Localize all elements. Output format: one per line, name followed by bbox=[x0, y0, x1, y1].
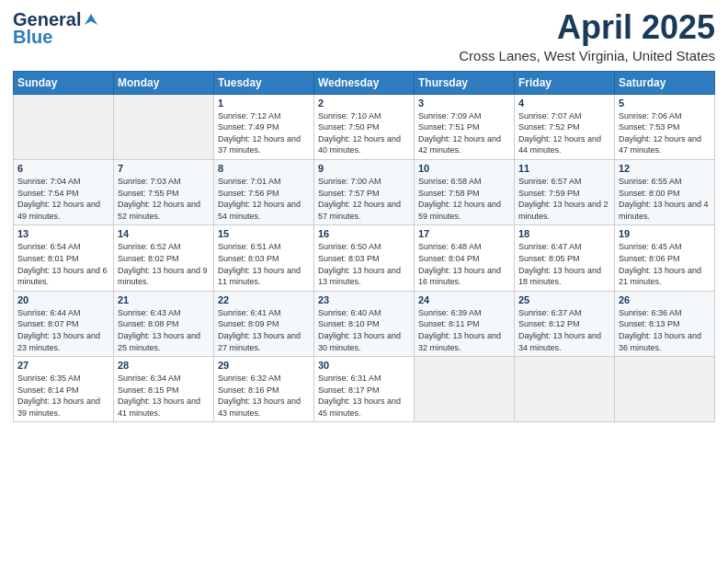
day-number: 17 bbox=[418, 228, 510, 239]
logo-bird-icon bbox=[83, 12, 99, 29]
col-monday: Monday bbox=[114, 71, 214, 94]
table-row: 10Sunrise: 6:58 AMSunset: 7:58 PMDayligh… bbox=[415, 159, 515, 224]
day-number: 23 bbox=[318, 294, 410, 305]
table-row: 22Sunrise: 6:41 AMSunset: 8:09 PMDayligh… bbox=[214, 291, 314, 356]
day-number: 22 bbox=[218, 294, 310, 305]
col-friday: Friday bbox=[515, 71, 615, 94]
location-title: Cross Lanes, West Virginia, United State… bbox=[459, 48, 715, 63]
day-number: 7 bbox=[118, 163, 210, 174]
table-row: 20Sunrise: 6:44 AMSunset: 8:07 PMDayligh… bbox=[14, 291, 114, 356]
table-row: 23Sunrise: 6:40 AMSunset: 8:10 PMDayligh… bbox=[314, 291, 415, 356]
day-info: Sunrise: 6:45 AMSunset: 8:06 PMDaylight:… bbox=[619, 241, 711, 287]
table-row bbox=[615, 357, 715, 422]
day-info: Sunrise: 6:48 AMSunset: 8:04 PMDaylight:… bbox=[418, 241, 510, 287]
col-tuesday: Tuesday bbox=[214, 71, 314, 94]
day-info: Sunrise: 6:41 AMSunset: 8:09 PMDaylight:… bbox=[218, 307, 310, 353]
calendar: Sunday Monday Tuesday Wednesday Thursday… bbox=[13, 71, 715, 423]
day-number: 16 bbox=[318, 228, 410, 239]
calendar-week-row: 20Sunrise: 6:44 AMSunset: 8:07 PMDayligh… bbox=[14, 291, 715, 356]
day-number: 9 bbox=[318, 163, 410, 174]
table-row: 25Sunrise: 6:37 AMSunset: 8:12 PMDayligh… bbox=[515, 291, 615, 356]
title-block: April 2025 Cross Lanes, West Virginia, U… bbox=[459, 9, 715, 63]
day-number: 19 bbox=[619, 228, 711, 239]
table-row: 8Sunrise: 7:01 AMSunset: 7:56 PMDaylight… bbox=[214, 159, 314, 224]
day-number: 27 bbox=[17, 360, 109, 371]
calendar-week-row: 6Sunrise: 7:04 AMSunset: 7:54 PMDaylight… bbox=[14, 159, 715, 224]
day-number: 3 bbox=[418, 98, 510, 109]
day-number: 8 bbox=[218, 163, 310, 174]
month-title: April 2025 bbox=[459, 9, 715, 46]
svg-marker-0 bbox=[85, 14, 97, 25]
day-number: 6 bbox=[17, 163, 109, 174]
table-row: 29Sunrise: 6:32 AMSunset: 8:16 PMDayligh… bbox=[214, 357, 314, 422]
calendar-week-row: 1Sunrise: 7:12 AMSunset: 7:49 PMDaylight… bbox=[14, 94, 715, 159]
table-row: 5Sunrise: 7:06 AMSunset: 7:53 PMDaylight… bbox=[615, 94, 715, 159]
day-info: Sunrise: 6:31 AMSunset: 8:17 PMDaylight:… bbox=[318, 373, 410, 419]
page: General Blue April 2025 Cross Lanes, Wes… bbox=[0, 0, 728, 563]
table-row: 15Sunrise: 6:51 AMSunset: 8:03 PMDayligh… bbox=[214, 225, 314, 291]
day-info: Sunrise: 6:51 AMSunset: 8:03 PMDaylight:… bbox=[218, 241, 310, 287]
header: General Blue April 2025 Cross Lanes, Wes… bbox=[13, 9, 715, 63]
day-number: 1 bbox=[218, 98, 310, 109]
day-info: Sunrise: 6:40 AMSunset: 8:10 PMDaylight:… bbox=[318, 307, 410, 353]
col-saturday: Saturday bbox=[615, 71, 715, 94]
day-info: Sunrise: 6:36 AMSunset: 8:13 PMDaylight:… bbox=[619, 307, 711, 353]
day-number: 14 bbox=[118, 228, 210, 239]
logo: General Blue bbox=[13, 9, 99, 48]
table-row: 4Sunrise: 7:07 AMSunset: 7:52 PMDaylight… bbox=[515, 94, 615, 159]
table-row bbox=[14, 94, 114, 159]
table-row: 14Sunrise: 6:52 AMSunset: 8:02 PMDayligh… bbox=[114, 225, 214, 291]
day-info: Sunrise: 6:52 AMSunset: 8:02 PMDaylight:… bbox=[118, 241, 210, 287]
day-number: 5 bbox=[619, 98, 711, 109]
col-sunday: Sunday bbox=[14, 71, 114, 94]
day-info: Sunrise: 6:43 AMSunset: 8:08 PMDaylight:… bbox=[118, 307, 210, 353]
day-number: 12 bbox=[619, 163, 711, 174]
day-info: Sunrise: 7:12 AMSunset: 7:49 PMDaylight:… bbox=[218, 110, 310, 156]
table-row: 28Sunrise: 6:34 AMSunset: 8:15 PMDayligh… bbox=[114, 357, 214, 422]
day-number: 18 bbox=[518, 228, 610, 239]
day-number: 20 bbox=[17, 294, 109, 305]
table-row: 18Sunrise: 6:47 AMSunset: 8:05 PMDayligh… bbox=[515, 225, 615, 291]
day-number: 11 bbox=[518, 163, 610, 174]
table-row bbox=[515, 357, 615, 422]
table-row: 17Sunrise: 6:48 AMSunset: 8:04 PMDayligh… bbox=[415, 225, 515, 291]
day-number: 25 bbox=[518, 294, 610, 305]
table-row bbox=[114, 94, 214, 159]
day-number: 15 bbox=[218, 228, 310, 239]
table-row: 24Sunrise: 6:39 AMSunset: 8:11 PMDayligh… bbox=[415, 291, 515, 356]
table-row: 3Sunrise: 7:09 AMSunset: 7:51 PMDaylight… bbox=[415, 94, 515, 159]
day-info: Sunrise: 7:00 AMSunset: 7:57 PMDaylight:… bbox=[318, 176, 410, 222]
day-number: 13 bbox=[17, 228, 109, 239]
table-row: 11Sunrise: 6:57 AMSunset: 7:59 PMDayligh… bbox=[515, 159, 615, 224]
table-row: 21Sunrise: 6:43 AMSunset: 8:08 PMDayligh… bbox=[114, 291, 214, 356]
table-row: 9Sunrise: 7:00 AMSunset: 7:57 PMDaylight… bbox=[314, 159, 415, 224]
day-info: Sunrise: 6:32 AMSunset: 8:16 PMDaylight:… bbox=[218, 373, 310, 419]
day-info: Sunrise: 7:06 AMSunset: 7:53 PMDaylight:… bbox=[619, 110, 711, 156]
day-info: Sunrise: 7:01 AMSunset: 7:56 PMDaylight:… bbox=[218, 176, 310, 222]
day-number: 10 bbox=[418, 163, 510, 174]
day-info: Sunrise: 6:35 AMSunset: 8:14 PMDaylight:… bbox=[17, 373, 109, 419]
day-info: Sunrise: 6:44 AMSunset: 8:07 PMDaylight:… bbox=[17, 307, 109, 353]
day-number: 2 bbox=[318, 98, 410, 109]
day-number: 28 bbox=[118, 360, 210, 371]
day-info: Sunrise: 6:58 AMSunset: 7:58 PMDaylight:… bbox=[418, 176, 510, 222]
day-info: Sunrise: 7:04 AMSunset: 7:54 PMDaylight:… bbox=[17, 176, 109, 222]
table-row bbox=[415, 357, 515, 422]
table-row: 26Sunrise: 6:36 AMSunset: 8:13 PMDayligh… bbox=[615, 291, 715, 356]
col-thursday: Thursday bbox=[415, 71, 515, 94]
day-number: 29 bbox=[218, 360, 310, 371]
calendar-header-row: Sunday Monday Tuesday Wednesday Thursday… bbox=[14, 71, 715, 94]
day-info: Sunrise: 6:37 AMSunset: 8:12 PMDaylight:… bbox=[518, 307, 610, 353]
day-number: 4 bbox=[518, 98, 610, 109]
table-row: 27Sunrise: 6:35 AMSunset: 8:14 PMDayligh… bbox=[14, 357, 114, 422]
table-row: 7Sunrise: 7:03 AMSunset: 7:55 PMDaylight… bbox=[114, 159, 214, 224]
table-row: 13Sunrise: 6:54 AMSunset: 8:01 PMDayligh… bbox=[14, 225, 114, 291]
day-info: Sunrise: 6:34 AMSunset: 8:15 PMDaylight:… bbox=[118, 373, 210, 419]
table-row: 6Sunrise: 7:04 AMSunset: 7:54 PMDaylight… bbox=[14, 159, 114, 224]
table-row: 16Sunrise: 6:50 AMSunset: 8:03 PMDayligh… bbox=[314, 225, 415, 291]
day-info: Sunrise: 7:10 AMSunset: 7:50 PMDaylight:… bbox=[318, 110, 410, 156]
day-info: Sunrise: 6:39 AMSunset: 8:11 PMDaylight:… bbox=[418, 307, 510, 353]
day-info: Sunrise: 6:50 AMSunset: 8:03 PMDaylight:… bbox=[318, 241, 410, 287]
day-info: Sunrise: 7:09 AMSunset: 7:51 PMDaylight:… bbox=[418, 110, 510, 156]
table-row: 1Sunrise: 7:12 AMSunset: 7:49 PMDaylight… bbox=[214, 94, 314, 159]
